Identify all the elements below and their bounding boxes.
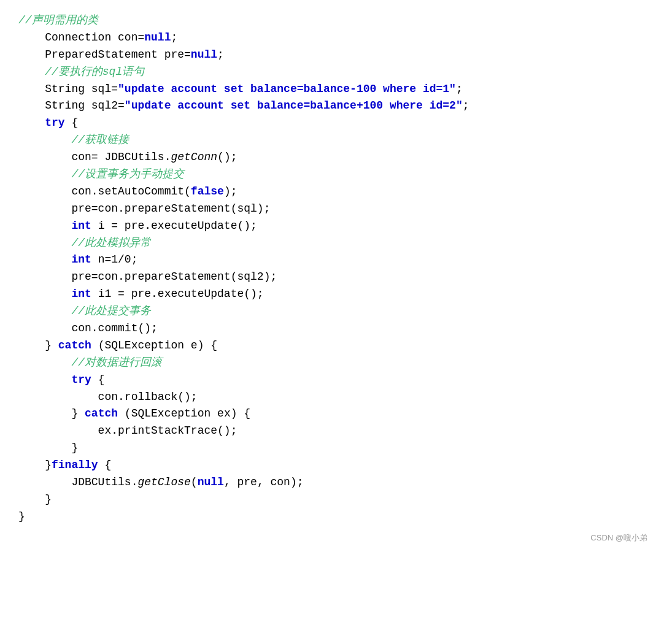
line-3: PreparedStatement pre=null; — [18, 47, 654, 64]
line-2: Connection con=null; — [18, 29, 654, 47]
line-29: } — [18, 491, 654, 509]
line-30: } — [18, 509, 654, 526]
line-28: JDBCUtils.getClose(null, pre, con); — [18, 474, 654, 491]
line-11: con.setAutoCommit(false); — [18, 183, 654, 201]
line-7: try { — [18, 115, 654, 132]
line-24: } catch (SQLException ex) { — [18, 405, 654, 423]
line-25: ex.printStackTrace(); — [18, 423, 654, 440]
line-15: int n=1/0; — [18, 251, 654, 269]
line-19: con.commit(); — [18, 320, 654, 337]
line-5: String sql="update account set balance=b… — [18, 81, 654, 98]
line-14: //此处模拟异常 — [18, 235, 654, 252]
line-17: int i1 = pre.executeUpdate(); — [18, 286, 654, 303]
line-10: //设置事务为手动提交 — [18, 166, 654, 183]
line-16: pre=con.prepareStatement(sql2); — [18, 269, 654, 286]
line-6: String sql2="update account set balance=… — [18, 98, 654, 115]
line-8: //获取链接 — [18, 132, 654, 149]
line-22: try { — [18, 372, 654, 389]
line-26: } — [18, 440, 654, 457]
watermark: CSDN @嗖小弟 — [590, 532, 647, 544]
line-18: //此处提交事务 — [18, 303, 654, 320]
code-block: //声明需用的类 Connection con=null; PreparedSt… — [18, 12, 654, 550]
line-27: }finally { — [18, 457, 654, 474]
line-23: con.rollback(); — [18, 389, 654, 406]
line-21: //对数据进行回滚 — [18, 355, 654, 372]
line-20: } catch (SQLException e) { — [18, 337, 654, 355]
line-4: //要执行的sql语句 — [18, 64, 654, 81]
line-13: int i = pre.executeUpdate(); — [18, 218, 654, 235]
line-1: //声明需用的类 — [18, 12, 654, 29]
line-12: pre=con.prepareStatement(sql); — [18, 201, 654, 218]
line-9: con= JDBCUtils.getConn(); — [18, 149, 654, 166]
